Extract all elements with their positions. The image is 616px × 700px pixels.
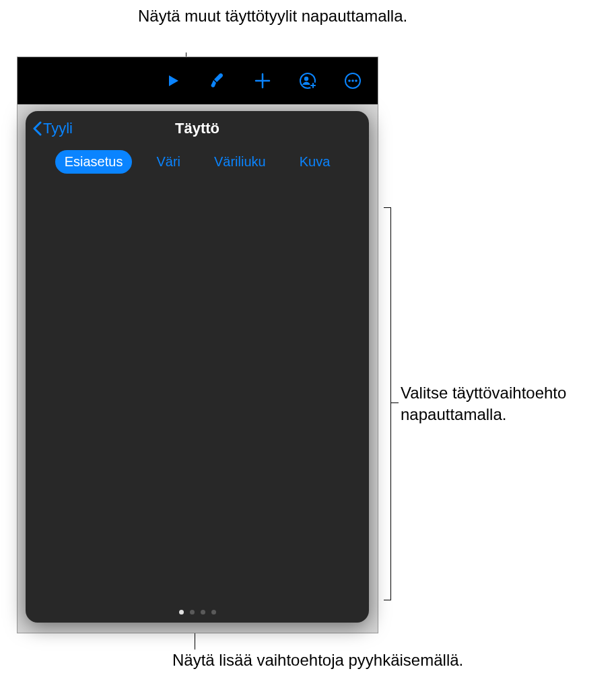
page-dot[interactable] — [179, 610, 184, 615]
callout-bottom: Näytä lisää vaihtoehtoja pyyhkäisemällä. — [172, 650, 463, 671]
bracket-right — [384, 207, 391, 600]
page-indicator[interactable] — [26, 610, 369, 615]
popover-title: Täyttö — [26, 120, 369, 137]
toolbar — [18, 57, 378, 104]
add-icon[interactable] — [254, 72, 271, 90]
tab-row: EsiasetusVäriVäriliukuKuva — [26, 146, 369, 182]
format-brush-icon[interactable] — [208, 71, 227, 90]
tab-väriliuku[interactable]: Väriliuku — [205, 150, 275, 174]
back-label: Tyyli — [43, 120, 73, 137]
tab-esiasetus[interactable]: Esiasetus — [55, 150, 133, 174]
svg-point-4 — [348, 79, 351, 82]
callout-top: Näytä muut täyttötyylit napauttamalla. — [138, 5, 407, 27]
collaborate-icon[interactable] — [298, 71, 317, 90]
page-dot[interactable] — [201, 610, 205, 615]
svg-point-1 — [304, 77, 308, 81]
swatch-grid — [26, 182, 369, 194]
page-dot[interactable] — [211, 610, 216, 615]
more-icon[interactable] — [344, 72, 362, 90]
callout-line-right — [390, 403, 399, 403]
svg-point-6 — [355, 79, 357, 82]
fill-popover: Tyyli Täyttö EsiasetusVäriVäriliukuKuva — [26, 111, 369, 623]
tab-kuva[interactable]: Kuva — [290, 150, 340, 174]
tab-väri[interactable]: Väri — [147, 150, 190, 174]
callout-right: Valitse täyttövaihtoehto napauttamalla. — [401, 382, 616, 426]
popover-header: Tyyli Täyttö — [26, 111, 369, 146]
page-dot[interactable] — [190, 610, 195, 615]
play-icon[interactable] — [165, 73, 181, 89]
back-button[interactable]: Tyyli — [26, 120, 73, 137]
svg-point-5 — [351, 79, 354, 82]
